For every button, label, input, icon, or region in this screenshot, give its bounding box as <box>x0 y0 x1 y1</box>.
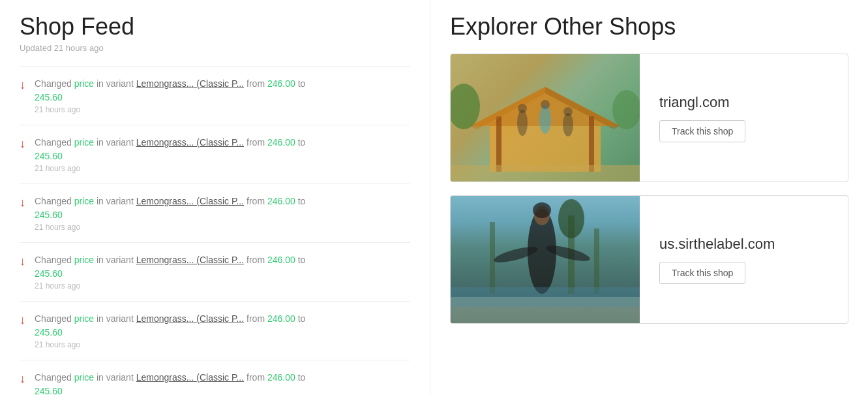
down-arrow-icon: ↓ <box>20 313 25 327</box>
feed-item: ↓ Changed price in variant Lemongrass...… <box>20 360 410 395</box>
from-price: 246.00 <box>267 372 295 383</box>
shop-card: triangl.com Track this shop <box>450 54 848 182</box>
shop-card-image <box>451 196 640 323</box>
track-shop-button[interactable]: Track this shop <box>659 262 745 284</box>
feed-list: ↓ Changed price in variant Lemongrass...… <box>20 66 410 395</box>
from-price: 246.00 <box>267 196 295 206</box>
down-arrow-icon: ↓ <box>20 255 25 268</box>
svg-point-8 <box>518 104 527 113</box>
feed-time: 21 hours ago <box>35 164 410 173</box>
variant-link[interactable]: Lemongrass... (Classic P... <box>136 78 244 89</box>
shop-card-info: us.sirthelabel.com Track this shop <box>640 223 848 297</box>
feed-item: ↓ Changed price in variant Lemongrass...… <box>20 66 410 125</box>
price-label: price <box>74 255 94 265</box>
from-price: 246.00 <box>267 137 295 148</box>
feed-time: 21 hours ago <box>35 281 410 291</box>
price-label: price <box>74 78 94 89</box>
left-panel: Shop Feed Updated 21 hours ago ↓ Changed… <box>0 0 430 395</box>
variant-link[interactable]: Lemongrass... (Classic P... <box>136 313 244 324</box>
new-price: 245.60 <box>35 151 410 161</box>
svg-rect-19 <box>594 229 599 294</box>
from-price: 246.00 <box>267 313 295 324</box>
variant-link[interactable]: Lemongrass... (Classic P... <box>136 255 244 265</box>
down-arrow-icon: ↓ <box>20 137 25 151</box>
shop-card-image <box>451 54 640 182</box>
variant-link[interactable]: Lemongrass... (Classic P... <box>136 372 244 383</box>
feed-item-text: Changed price in variant Lemongrass... (… <box>35 371 410 385</box>
variant-link[interactable]: Lemongrass... (Classic P... <box>136 137 244 148</box>
svg-point-12 <box>563 107 573 116</box>
feed-item-content: Changed price in variant Lemongrass... (… <box>35 371 410 395</box>
price-label: price <box>74 196 94 206</box>
feed-item: ↓ Changed price in variant Lemongrass...… <box>20 184 410 243</box>
from-price: 246.00 <box>267 255 295 265</box>
shop-list: triangl.com Track this shop <box>450 54 848 324</box>
feed-item-text: Changed price in variant Lemongrass... (… <box>35 195 410 208</box>
shop-feed-title: Shop Feed <box>20 13 410 40</box>
svg-rect-3 <box>496 116 501 172</box>
new-price: 245.60 <box>35 268 410 279</box>
svg-point-9 <box>539 105 551 134</box>
track-shop-button[interactable]: Track this shop <box>659 120 745 142</box>
svg-point-26 <box>533 202 551 218</box>
feed-item-text: Changed price in variant Lemongrass... (… <box>35 312 410 326</box>
feed-item-content: Changed price in variant Lemongrass... (… <box>35 195 410 232</box>
variant-link[interactable]: Lemongrass... (Classic P... <box>136 196 244 206</box>
feed-item: ↓ Changed price in variant Lemongrass...… <box>20 302 410 360</box>
svg-rect-4 <box>589 116 594 172</box>
feed-item: ↓ Changed price in variant Lemongrass...… <box>20 125 410 184</box>
svg-rect-15 <box>451 165 640 182</box>
feed-item-content: Changed price in variant Lemongrass... (… <box>35 77 410 114</box>
shop-card: us.sirthelabel.com Track this shop <box>450 195 848 324</box>
feed-item-content: Changed price in variant Lemongrass... (… <box>35 253 410 291</box>
svg-point-7 <box>517 110 528 136</box>
new-price: 245.60 <box>35 210 410 220</box>
from-price: 246.00 <box>267 78 295 89</box>
new-price: 245.60 <box>35 92 410 103</box>
shop-card-info: triangl.com Track this shop <box>640 81 848 155</box>
price-label: price <box>74 313 94 324</box>
new-price: 245.60 <box>35 327 410 338</box>
svg-rect-27 <box>451 287 640 307</box>
down-arrow-icon: ↓ <box>20 196 25 210</box>
price-label: price <box>74 372 94 383</box>
price-label: price <box>74 137 94 148</box>
feed-item-content: Changed price in variant Lemongrass... (… <box>35 136 410 173</box>
svg-point-14 <box>612 90 640 129</box>
feed-item-text: Changed price in variant Lemongrass... (… <box>35 77 410 91</box>
shop-name: triangl.com <box>659 94 730 111</box>
down-arrow-icon: ↓ <box>20 78 25 92</box>
new-price: 245.60 <box>35 386 410 395</box>
feed-item-content: Changed price in variant Lemongrass... (… <box>35 312 410 349</box>
feed-time: 21 hours ago <box>35 340 410 349</box>
svg-point-11 <box>563 113 573 136</box>
feed-time: 21 hours ago <box>35 223 410 232</box>
down-arrow-icon: ↓ <box>20 372 25 386</box>
svg-point-18 <box>558 199 584 238</box>
right-panel: Explorer Other Shops <box>430 0 868 395</box>
feed-item: ↓ Changed price in variant Lemongrass...… <box>20 243 410 302</box>
feed-item-text: Changed price in variant Lemongrass... (… <box>35 253 410 267</box>
svg-point-10 <box>541 100 550 109</box>
svg-rect-20 <box>490 222 495 294</box>
feed-item-text: Changed price in variant Lemongrass... (… <box>35 136 410 150</box>
shop-name: us.sirthelabel.com <box>659 236 775 253</box>
shop-feed-updated: Updated 21 hours ago <box>20 43 410 53</box>
feed-time: 21 hours ago <box>35 105 410 114</box>
explore-title: Explorer Other Shops <box>450 13 848 40</box>
